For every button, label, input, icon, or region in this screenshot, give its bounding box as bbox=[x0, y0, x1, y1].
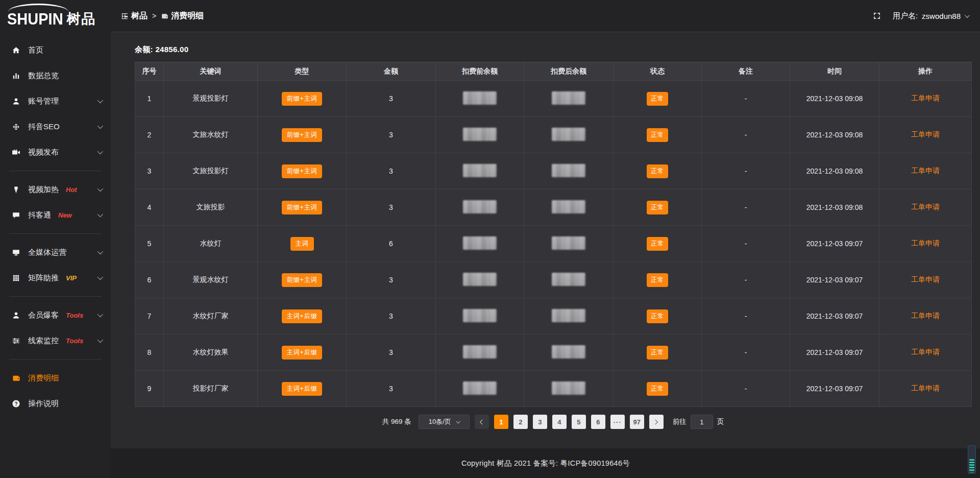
page-button-5[interactable]: 5 bbox=[572, 415, 586, 429]
sidebar-item-数据总览[interactable]: 数据总览 bbox=[0, 63, 111, 88]
breadcrumb-item[interactable]: 消费明细 bbox=[161, 11, 204, 21]
work-order-link[interactable]: 工单申请 bbox=[911, 239, 940, 247]
blurred-value bbox=[463, 309, 497, 322]
chevron-down-icon bbox=[97, 186, 103, 192]
cell-balance-before bbox=[436, 189, 524, 226]
cell-status: 正常 bbox=[614, 189, 702, 226]
cell-time: 2021-12-03 09:07 bbox=[790, 262, 879, 298]
blurred-value bbox=[552, 200, 585, 213]
page-number-buttons: 123456···97 bbox=[494, 415, 644, 429]
page-button-2[interactable]: 2 bbox=[513, 415, 528, 429]
cell-type: 前缀+主词 bbox=[258, 153, 347, 189]
sidebar-item-label: 抖音SEO bbox=[28, 122, 60, 132]
blurred-value bbox=[552, 345, 585, 358]
blurred-value bbox=[552, 236, 585, 250]
cell-type: 前缀+主词 bbox=[258, 262, 347, 298]
blurred-value bbox=[552, 381, 585, 395]
sidebar-item-矩阵助推[interactable]: 矩阵助推VIP bbox=[0, 265, 111, 291]
goto-page-input[interactable] bbox=[691, 415, 713, 429]
type-badge: 主词 bbox=[290, 237, 314, 251]
breadcrumb-item[interactable]: 树品 bbox=[121, 11, 148, 21]
floating-widget[interactable] bbox=[968, 445, 976, 474]
cell-time: 2021-12-03 09:07 bbox=[790, 226, 879, 262]
work-order-link[interactable]: 工单申请 bbox=[911, 94, 940, 102]
balance: 余额: 24856.00 bbox=[135, 45, 972, 55]
blurred-value bbox=[552, 273, 585, 286]
table-row: 5水纹灯主词6正常-2021-12-03 09:07工单申请 bbox=[135, 226, 972, 262]
cell-remark: - bbox=[702, 81, 790, 117]
column-header: 状态 bbox=[614, 62, 702, 81]
page-size-value: 10条/页 bbox=[429, 417, 451, 426]
pagination-total: 共 969 条 bbox=[382, 417, 411, 426]
type-badge: 前缀+主词 bbox=[282, 201, 323, 214]
work-order-link[interactable]: 工单申请 bbox=[911, 166, 940, 175]
pagination-ellipsis[interactable]: ··· bbox=[610, 415, 625, 429]
sidebar-item-线索监控[interactable]: 线索监控Tools bbox=[0, 328, 111, 353]
next-page-button[interactable] bbox=[649, 415, 664, 429]
fullscreen-icon[interactable] bbox=[872, 11, 881, 20]
table-row: 8水纹灯效果主词+后缀3正常-2021-12-03 09:07工单申请 bbox=[135, 334, 972, 371]
sidebar: SHUPIN 树品 首页数据总览账号管理抖音SEO视频发布视频加热Hot抖客通N… bbox=[0, 0, 111, 478]
work-order-link[interactable]: 工单申请 bbox=[911, 312, 940, 320]
sidebar-item-账号管理[interactable]: 账号管理 bbox=[0, 88, 111, 114]
page-button-4[interactable]: 4 bbox=[552, 415, 567, 429]
cell-remark: - bbox=[702, 117, 790, 153]
work-order-link[interactable]: 工单申请 bbox=[911, 384, 940, 392]
cell-amount: 3 bbox=[347, 153, 436, 189]
cell-action: 工单申请 bbox=[879, 81, 972, 117]
cell-no: 8 bbox=[135, 334, 164, 371]
page-size-select[interactable]: 10条/页 bbox=[419, 415, 470, 429]
cell-no: 5 bbox=[135, 226, 164, 262]
page-button-6[interactable]: 6 bbox=[591, 415, 605, 429]
sidebar-item-抖客通[interactable]: 抖客通New bbox=[0, 202, 111, 228]
cell-balance-before bbox=[436, 117, 524, 153]
work-order-link[interactable]: 工单申请 bbox=[911, 130, 940, 138]
sidebar-item-会员爆客[interactable]: 会员爆客Tools bbox=[0, 302, 111, 328]
cell-amount: 3 bbox=[347, 189, 436, 226]
work-order-link[interactable]: 工单申请 bbox=[911, 348, 940, 356]
page-button-3[interactable]: 3 bbox=[533, 415, 547, 429]
user-menu[interactable]: 用户名: zswodun88 bbox=[893, 11, 968, 21]
cell-balance-before bbox=[436, 81, 524, 117]
sidebar-item-视频发布[interactable]: 视频发布 bbox=[0, 139, 111, 165]
type-badge: 前缀+主词 bbox=[282, 273, 323, 287]
status-badge: 正常 bbox=[647, 164, 668, 178]
chevron-down-icon bbox=[97, 312, 103, 317]
page-button-97[interactable]: 97 bbox=[630, 415, 644, 429]
cell-keyword: 景观水纹灯 bbox=[164, 262, 258, 298]
pagination: 共 969 条 10条/页 123456···97 前往 页 bbox=[135, 415, 971, 429]
column-header: 金额 bbox=[347, 62, 436, 81]
sidebar-divider bbox=[9, 359, 102, 360]
column-header: 备注 bbox=[702, 62, 790, 81]
sidebar-item-消费明细[interactable]: 消费明细 bbox=[0, 365, 111, 391]
goto-page: 前往 页 bbox=[673, 415, 724, 429]
blurred-value bbox=[463, 273, 497, 286]
sidebar-item-抖音SEO[interactable]: 抖音SEO bbox=[0, 114, 111, 139]
work-order-link[interactable]: 工单申请 bbox=[911, 203, 940, 211]
breadcrumb-label: 树品 bbox=[131, 11, 148, 21]
status-badge: 正常 bbox=[647, 309, 668, 323]
brand-logo[interactable]: SHUPIN 树品 bbox=[0, 0, 111, 32]
work-order-link[interactable]: 工单申请 bbox=[911, 275, 940, 283]
sidebar-item-操作说明[interactable]: 操作说明 bbox=[0, 391, 111, 416]
cell-type: 前缀+主词 bbox=[258, 81, 347, 117]
widget-stripes bbox=[969, 459, 974, 472]
column-header: 类型 bbox=[258, 62, 347, 81]
type-badge: 前缀+主词 bbox=[282, 164, 323, 178]
prev-page-button[interactable] bbox=[475, 415, 489, 429]
sidebar-item-视频加热[interactable]: 视频加热Hot bbox=[0, 177, 111, 202]
chevron-down-icon bbox=[97, 274, 103, 280]
cell-no: 4 bbox=[135, 189, 164, 226]
cell-status: 正常 bbox=[614, 262, 702, 298]
cell-keyword: 文旅水纹灯 bbox=[164, 117, 258, 153]
cell-keyword: 水纹灯效果 bbox=[164, 334, 258, 371]
blurred-value bbox=[463, 128, 497, 141]
chat-icon bbox=[12, 211, 20, 220]
cell-amount: 3 bbox=[347, 371, 436, 407]
blurred-value bbox=[463, 200, 497, 213]
sidebar-item-全媒体运营[interactable]: 全媒体运营 bbox=[0, 240, 111, 265]
cell-status: 正常 bbox=[614, 117, 702, 153]
cell-remark: - bbox=[702, 371, 790, 407]
sidebar-item-首页[interactable]: 首页 bbox=[0, 37, 111, 63]
page-button-1[interactable]: 1 bbox=[494, 415, 508, 429]
